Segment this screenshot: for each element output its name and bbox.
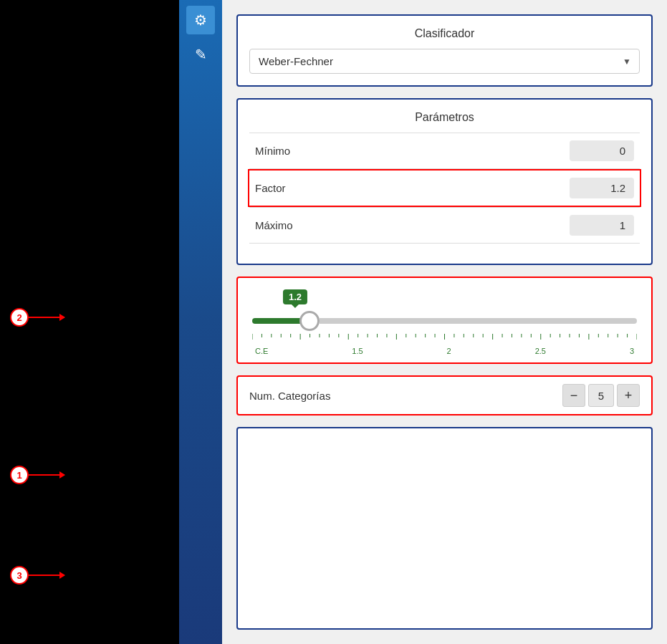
increase-button[interactable]: +: [617, 384, 640, 407]
classifier-dropdown-wrapper: Weber-Fechner Lineal Logarítmico ▼: [249, 49, 640, 74]
parametros-title: Parámetros: [249, 111, 640, 124]
num-categorias-controls: − 5 +: [562, 384, 640, 407]
bottom-card: [236, 427, 653, 630]
minimo-input[interactable]: [570, 140, 634, 161]
sidebar-black-area: [0, 0, 179, 644]
clasificador-title: Clasificador: [249, 27, 640, 40]
param-row-minimo: Mínimo: [249, 133, 640, 168]
maximo-label: Máximo: [255, 219, 293, 231]
slider-label-25: 2.5: [535, 347, 546, 355]
slider-green-fill: [252, 318, 302, 324]
decrease-button[interactable]: −: [562, 384, 585, 407]
slider-label-3: 3: [630, 347, 634, 355]
sidebar-blue-area: ⚙ ✎: [179, 0, 222, 644]
slider-container: 1.2 C.E 1.5 2 2.5 3: [252, 289, 637, 355]
gear-icon[interactable]: ⚙: [186, 6, 215, 34]
slider-label-ce: C.E: [255, 347, 268, 355]
slider-label-15: 1.5: [352, 347, 363, 355]
sidebar: ⚙ ✎: [0, 0, 222, 644]
factor-input[interactable]: [570, 178, 634, 198]
slider-label-2: 2: [447, 347, 451, 355]
minimo-label: Mínimo: [255, 145, 290, 157]
param-row-factor: Factor: [248, 169, 641, 207]
slider-thumb[interactable]: [299, 311, 320, 331]
maximo-input[interactable]: [570, 215, 634, 236]
main-content: Clasificador Weber-Fechner Lineal Logarí…: [222, 0, 667, 644]
slider-gray-fill: [320, 318, 637, 324]
num-categorias-card: Num. Categorías − 5 +: [236, 375, 653, 415]
parametros-card: Parámetros Mínimo Factor Máximo: [236, 98, 653, 265]
factor-label: Factor: [255, 182, 286, 194]
slider-value-bubble: 1.2: [283, 289, 307, 304]
num-categorias-label: Num. Categorías: [249, 390, 330, 402]
slider-track: [252, 311, 637, 331]
slider-labels: C.E 1.5 2 2.5 3: [252, 347, 637, 355]
slider-card: 1.2 C.E 1.5 2 2.5 3: [236, 277, 653, 364]
classifier-select[interactable]: Weber-Fechner Lineal Logarítmico: [249, 49, 640, 74]
param-row-maximo: Máximo: [249, 208, 640, 243]
pen-icon[interactable]: ✎: [186, 40, 215, 69]
clasificador-card: Clasificador Weber-Fechner Lineal Logarí…: [236, 14, 653, 87]
num-categorias-value: 5: [588, 384, 614, 407]
slider-ticks: [252, 334, 637, 342]
